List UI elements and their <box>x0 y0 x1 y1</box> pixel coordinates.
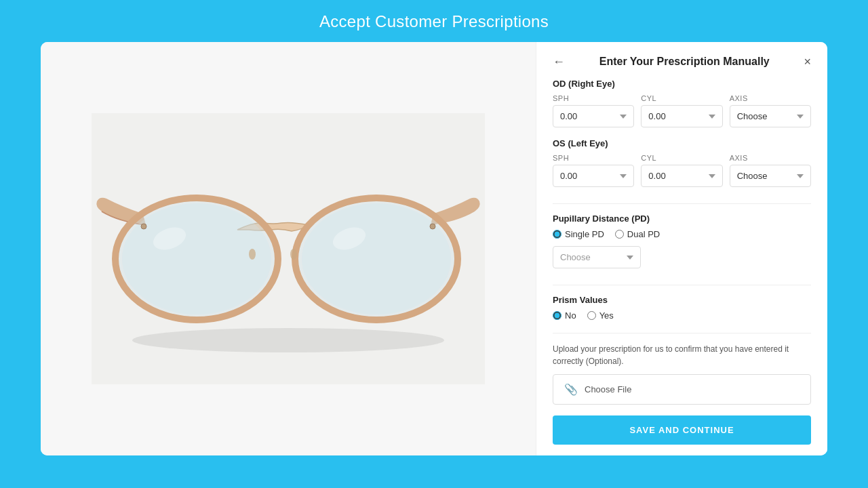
od-axis-label: AXIS <box>730 94 811 102</box>
od-axis-group: AXIS Choose 1 90 180 <box>730 94 811 127</box>
page-title: Accept Customer Prescriptions <box>319 0 549 42</box>
od-sph-group: SPH 0.00 +0.25 -0.25 <box>553 94 634 127</box>
od-section: OD (Right Eye) SPH 0.00 +0.25 -0.25 CYL … <box>553 79 811 138</box>
os-sph-label: SPH <box>553 154 634 162</box>
od-label: OD (Right Eye) <box>553 79 811 89</box>
pd-section-label: Pupillary Distance (PD) <box>553 214 811 224</box>
save-continue-button[interactable]: SAVE AND CONTINUE <box>553 415 811 445</box>
od-sph-label: SPH <box>553 94 634 102</box>
form-header: ← Enter Your Prescription Manually × <box>553 56 811 68</box>
single-pd-radio-label[interactable]: Single PD <box>553 229 604 239</box>
os-sph-group: SPH 0.00 +0.25 -0.25 <box>553 154 634 187</box>
os-fields-row: SPH 0.00 +0.25 -0.25 CYL 0.00 -0.25 AXIS <box>553 154 811 187</box>
svg-point-9 <box>141 224 146 229</box>
upload-section: Upload your prescription for us to confi… <box>553 343 811 415</box>
glasses-svg <box>92 113 485 384</box>
divider-1 <box>553 203 811 204</box>
svg-point-8 <box>290 249 297 260</box>
form-title: Enter Your Prescription Manually <box>565 56 804 68</box>
dual-pd-radio[interactable] <box>615 230 624 239</box>
prism-yes-label: Yes <box>599 310 614 321</box>
svg-point-7 <box>249 249 256 260</box>
svg-point-2 <box>122 203 271 314</box>
glasses-image-container <box>54 56 522 442</box>
single-pd-radio[interactable] <box>553 230 561 239</box>
od-cyl-group: CYL 0.00 -0.25 <box>641 94 722 127</box>
od-sph-select[interactable]: 0.00 +0.25 -0.25 <box>553 105 634 127</box>
close-button[interactable]: × <box>804 56 811 68</box>
os-section: OS (Left Eye) SPH 0.00 +0.25 -0.25 CYL 0… <box>553 138 811 198</box>
prism-yes-radio-label[interactable]: Yes <box>587 310 614 321</box>
svg-point-10 <box>430 224 435 229</box>
divider-3 <box>553 333 811 333</box>
svg-point-5 <box>302 203 451 314</box>
divider-2 <box>553 285 811 285</box>
upload-area[interactable]: 📎 Choose File <box>553 374 811 405</box>
prism-no-radio-label[interactable]: No <box>553 310 576 321</box>
pd-select-row: Choose 58 60 62 64 66 68 <box>553 246 811 268</box>
single-pd-label: Single PD <box>565 229 604 239</box>
os-axis-group: AXIS Choose 1 90 180 <box>730 154 811 187</box>
os-axis-label: AXIS <box>730 154 811 162</box>
os-axis-select[interactable]: Choose 1 90 180 <box>730 165 811 187</box>
od-cyl-label: CYL <box>641 94 722 102</box>
prism-yes-radio[interactable] <box>587 311 596 320</box>
os-sph-select[interactable]: 0.00 +0.25 -0.25 <box>553 165 634 187</box>
prism-section: Prism Values No Yes <box>553 295 811 327</box>
pd-radio-group: Single PD Dual PD <box>553 229 811 239</box>
prism-no-radio[interactable] <box>553 311 561 320</box>
main-card: ← Enter Your Prescription Manually × OD … <box>41 42 827 455</box>
os-label: OS (Left Eye) <box>553 138 811 148</box>
od-cyl-select[interactable]: 0.00 -0.25 <box>641 105 722 127</box>
svg-point-11 <box>132 328 444 352</box>
os-cyl-group: CYL 0.00 -0.25 <box>641 154 722 187</box>
prism-section-label: Prism Values <box>553 295 811 305</box>
pd-section: Pupillary Distance (PD) Single PD Dual P… <box>553 214 811 279</box>
od-axis-select[interactable]: Choose 1 90 180 <box>730 105 811 127</box>
prism-radio-group: No Yes <box>553 310 811 321</box>
glasses-panel <box>41 42 536 455</box>
os-cyl-label: CYL <box>641 154 722 162</box>
od-fields-row: SPH 0.00 +0.25 -0.25 CYL 0.00 -0.25 AXIS <box>553 94 811 127</box>
pd-select[interactable]: Choose 58 60 62 64 66 68 <box>553 246 641 268</box>
choose-file-label: Choose File <box>585 384 631 394</box>
back-button[interactable]: ← <box>553 56 565 68</box>
upload-description: Upload your prescription for us to confi… <box>553 343 811 367</box>
paperclip-icon: 📎 <box>564 383 578 396</box>
dual-pd-label: Dual PD <box>627 229 660 239</box>
os-cyl-select[interactable]: 0.00 -0.25 <box>641 165 722 187</box>
dual-pd-radio-label[interactable]: Dual PD <box>615 229 660 239</box>
prism-no-label: No <box>565 310 576 321</box>
form-panel: ← Enter Your Prescription Manually × OD … <box>536 42 827 455</box>
